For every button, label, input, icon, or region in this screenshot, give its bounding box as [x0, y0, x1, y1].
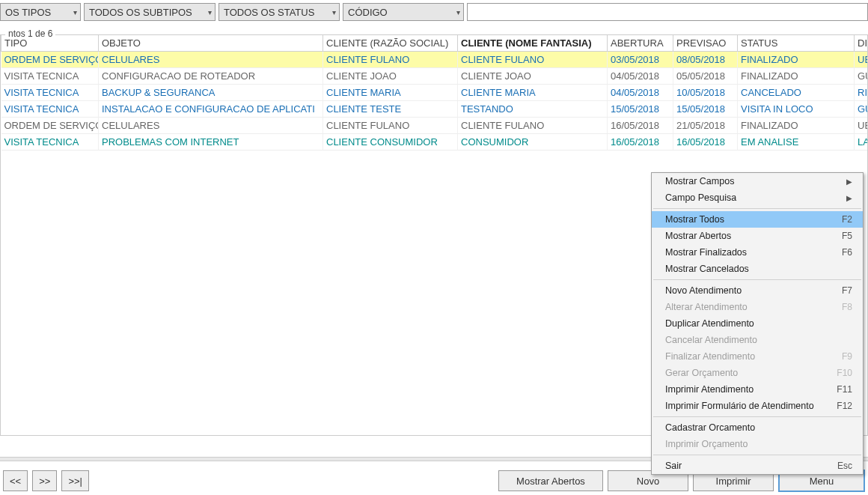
menu-item-label: Sair — [665, 461, 682, 471]
mostrar-abertos-button[interactable]: Mostrar Abertos — [498, 470, 603, 491]
menu-item[interactable]: Mostrar TodosF2 — [652, 211, 863, 228]
col-razao[interactable]: CLIENTE (RAZÃO SOCIAL) — [323, 35, 458, 52]
menu-item: Imprimir Orçamento — [652, 436, 863, 452]
cell-dist: RI — [855, 85, 868, 101]
menu-item[interactable]: Campo Pesquisa▶ — [652, 189, 863, 206]
cell-razao: CLIENTE FULANO — [323, 118, 458, 134]
cell-abertura: 15/05/2018 — [608, 101, 673, 118]
cell-previsao: 16/05/2018 — [673, 134, 738, 151]
cell-dist: GU — [855, 68, 868, 85]
menu-item-label: Cadastrar Orcamento — [665, 422, 755, 433]
menu-item[interactable]: Mostrar FinalizadosF6 — [652, 244, 863, 261]
cell-abertura: 04/05/2018 — [608, 68, 673, 85]
cell-tipo: VISITA TECNICA — [1, 134, 99, 151]
campo-select[interactable]: CÓDIGO ▾ — [343, 3, 464, 21]
col-fantasia[interactable]: CLIENTE (NOME FANTASIA) — [458, 35, 608, 52]
subtipos-select[interactable]: TODOS OS SUBTIPOS ▾ — [84, 3, 216, 21]
menu-item-label: Alterar Atendimento — [665, 302, 748, 312]
table-row[interactable]: VISITA TECNICACONFIGURACAO DE ROTEADORCL… — [1, 68, 868, 85]
table-row[interactable]: VISITA TECNICAPROBLEMAS COM INTERNETCLIE… — [1, 134, 868, 151]
search-input[interactable] — [467, 3, 868, 21]
cell-razao: CLIENTE CONSUMIDOR — [323, 134, 458, 151]
chevron-right-icon: ▶ — [846, 194, 852, 202]
menu-item[interactable]: Imprimir Formulário de AtendimentoF12 — [652, 398, 863, 414]
menu-item-label: Mostrar Campos — [665, 176, 734, 186]
menu-item-label: Imprimir Orçamento — [665, 439, 748, 449]
menu-item-label: Duplicar Atendimento — [665, 318, 754, 329]
menu-item-shortcut: F9 — [842, 351, 852, 362]
menu-item[interactable]: SairEsc — [652, 458, 863, 474]
status-select-label: TODOS OS STATUS — [224, 7, 314, 18]
col-abertura[interactable]: ABERTURA — [608, 35, 673, 52]
cell-status: FINALIZADO — [738, 68, 855, 85]
cell-previsao: 05/05/2018 — [673, 68, 738, 85]
menu-item-shortcut: F5 — [842, 231, 852, 241]
table-row[interactable]: VISITA TECNICAINSTALACAO E CONFIGURACAO … — [1, 101, 868, 118]
menu-item[interactable]: Imprimir AtendimentoF11 — [652, 381, 863, 398]
cell-objeto: CELULARES — [99, 52, 323, 68]
results-count-label: ntos 1 de 6 — [5, 28, 55, 39]
cell-tipo: VISITA TECNICA — [1, 85, 99, 101]
cell-status: FINALIZADO — [738, 52, 855, 68]
cell-razao: CLIENTE FULANO — [323, 52, 458, 68]
cell-objeto: PROBLEMAS COM INTERNET — [99, 134, 323, 151]
cell-status: FINALIZADO — [738, 118, 855, 134]
menu-item[interactable]: Mostrar Campos▶ — [652, 173, 863, 189]
cell-abertura: 04/05/2018 — [608, 85, 673, 101]
subtipos-select-label: TODOS OS SUBTIPOS — [89, 7, 192, 18]
menu-item-label: Campo Pesquisa — [665, 192, 736, 203]
menu-item-shortcut: F8 — [842, 302, 852, 312]
menu-item[interactable]: Mostrar Cancelados — [652, 261, 863, 277]
cell-previsao: 10/05/2018 — [673, 85, 738, 101]
menu-item-label: Finalizar Atendimento — [665, 351, 755, 362]
tipos-select[interactable]: OS TIPOS ▾ — [0, 3, 81, 21]
context-menu[interactable]: Mostrar Campos▶Campo Pesquisa▶Mostrar To… — [651, 172, 864, 475]
chevron-down-icon: ▾ — [208, 8, 212, 16]
menu-item-shortcut: F12 — [837, 401, 852, 411]
cell-fantasia: CONSUMIDOR — [458, 134, 608, 151]
cell-razao: CLIENTE TESTE — [323, 101, 458, 118]
menu-separator — [653, 279, 861, 280]
menu-item-label: Cancelar Atendimento — [665, 335, 757, 345]
nav-next-button[interactable]: >> — [32, 470, 57, 491]
col-dist[interactable]: DI — [855, 35, 868, 52]
results-table-wrap: TIPO OBJETO CLIENTE (RAZÃO SOCIAL) CLIEN… — [1, 35, 867, 151]
menu-item[interactable]: Novo AtendimentoF7 — [652, 282, 863, 299]
cell-previsao: 08/05/2018 — [673, 52, 738, 68]
menu-item: Gerar OrçamentoF10 — [652, 365, 863, 381]
menu-item[interactable]: Mostrar AbertosF5 — [652, 228, 863, 244]
menu-item-label: Imprimir Formulário de Atendimento — [665, 401, 814, 411]
table-row[interactable]: VISITA TECNICABACKUP & SEGURANCACLIENTE … — [1, 85, 868, 101]
table-row[interactable]: ORDEM DE SERVIÇOCELULARESCLIENTE FULANOC… — [1, 52, 868, 68]
cell-fantasia: CLIENTE MARIA — [458, 85, 608, 101]
menu-item[interactable]: Duplicar Atendimento — [652, 315, 863, 332]
menu-item: Alterar AtendimentoF8 — [652, 299, 863, 315]
menu-item: Cancelar Atendimento — [652, 332, 863, 348]
nav-first-button[interactable]: << — [3, 470, 28, 491]
menu-item-label: Novo Atendimento — [665, 285, 742, 296]
col-status[interactable]: STATUS — [738, 35, 855, 52]
menu-item-shortcut: F7 — [842, 285, 852, 296]
cell-status: VISITA IN LOCO — [738, 101, 855, 118]
menu-item-shortcut: F10 — [837, 368, 852, 378]
cell-razao: CLIENTE JOAO — [323, 68, 458, 85]
cell-status: EM ANALISE — [738, 134, 855, 151]
chevron-down-icon: ▾ — [332, 8, 336, 16]
col-previsao[interactable]: PREVISAO — [673, 35, 738, 52]
col-objeto[interactable]: OBJETO — [99, 35, 323, 52]
cell-tipo: VISITA TECNICA — [1, 101, 99, 118]
menu-item-shortcut: F2 — [842, 214, 852, 225]
table-row[interactable]: ORDEM DE SERVIÇOCELULARESCLIENTE FULANOC… — [1, 118, 868, 134]
cell-razao: CLIENTE MARIA — [323, 85, 458, 101]
nav-last-button[interactable]: >>| — [61, 470, 89, 491]
cell-previsao: 15/05/2018 — [673, 101, 738, 118]
cell-dist: GU — [855, 101, 868, 118]
menu-item: Finalizar AtendimentoF9 — [652, 348, 863, 365]
campo-select-label: CÓDIGO — [348, 7, 388, 18]
menu-item[interactable]: Cadastrar Orcamento — [652, 419, 863, 436]
status-select[interactable]: TODOS OS STATUS ▾ — [218, 3, 340, 21]
menu-separator — [653, 416, 861, 417]
filter-toolbar: OS TIPOS ▾ TODOS OS SUBTIPOS ▾ TODOS OS … — [0, 0, 868, 24]
menu-item-label: Gerar Orçamento — [665, 368, 738, 378]
cell-abertura: 16/05/2018 — [608, 134, 673, 151]
